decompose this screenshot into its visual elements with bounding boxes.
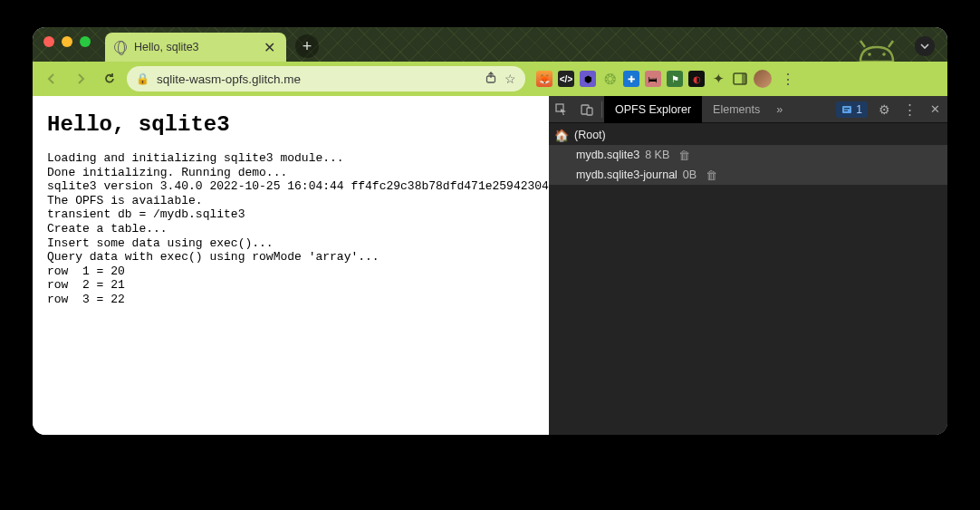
browser-tab[interactable]: Hello, sqlite3 ✕ (105, 33, 286, 62)
file-name: mydb.sqlite3-journal (576, 168, 677, 181)
extensions-menu-icon[interactable]: ✦ (710, 71, 726, 87)
devtools-tab-elements[interactable]: Elements (702, 96, 771, 123)
android-logo-icon (855, 40, 898, 62)
delete-file-icon[interactable]: 🗑 (706, 168, 717, 182)
svg-rect-6 (742, 73, 746, 84)
extension-icon[interactable]: ⬢ (580, 71, 596, 87)
new-tab-button[interactable]: + (295, 34, 319, 58)
devtools-close-icon[interactable]: ✕ (922, 97, 947, 122)
browser-menu-button[interactable]: ⋮ (777, 71, 799, 88)
forward-button[interactable] (69, 67, 92, 91)
extension-icon[interactable]: ✚ (623, 71, 639, 87)
extension-icon[interactable]: </> (558, 71, 574, 87)
url-text: sqlite-wasm-opfs.glitch.me (157, 72, 477, 86)
svg-line-2 (860, 41, 865, 47)
svg-point-1 (882, 53, 886, 56)
extension-icons: 🦊 </> ⬢ ❂ ✚ 🛏 ⚑ ◐ ✦ ⋮ (536, 70, 799, 88)
share-icon[interactable] (485, 72, 497, 87)
tab-overflow-button[interactable] (915, 36, 935, 56)
svg-rect-9 (587, 108, 592, 115)
window-minimize-button[interactable] (62, 36, 72, 47)
tab-strip: Hello, sqlite3 ✕ + (33, 27, 947, 62)
devtools-menu-icon[interactable]: ⋮ (897, 97, 922, 122)
page-heading: Hello, sqlite3 (47, 112, 534, 137)
log-line: Loading and initializing sqlite3 module.… (47, 151, 534, 166)
bookmark-star-icon[interactable]: ☆ (504, 72, 516, 86)
log-line: transient db = /mydb.sqlite3 (47, 207, 534, 222)
address-bar: 🔒 sqlite-wasm-opfs.glitch.me ☆ 🦊 </> ⬢ ❂… (33, 62, 947, 96)
log-line: Create a table... (47, 222, 534, 236)
issues-count: 1 (856, 103, 862, 116)
devtools-settings-icon[interactable]: ⚙ (871, 97, 897, 122)
devtools-tab-overflow[interactable]: » (771, 96, 788, 123)
log-line: row 1 = 20 (47, 265, 534, 279)
extension-icon[interactable]: ◐ (688, 71, 705, 87)
back-button[interactable] (40, 67, 63, 91)
globe-icon (114, 41, 127, 53)
browser-window: Hello, sqlite3 ✕ + 🔒 sqlite-wasm-opfs.gl… (33, 27, 947, 435)
home-icon: 🏠 (554, 129, 569, 142)
content-area: Hello, sqlite3 Loading and initializing … (33, 96, 947, 435)
extension-icon[interactable]: ❂ (601, 71, 618, 87)
device-toolbar-icon[interactable] (574, 97, 600, 122)
file-size: 8 KB (645, 149, 669, 161)
profile-avatar[interactable] (754, 70, 772, 88)
lock-icon: 🔒 (136, 72, 149, 85)
extension-icon[interactable]: 🦊 (536, 71, 552, 87)
tab-title: Hello, sqlite3 (134, 41, 255, 53)
log-line: Query data with exec() using rowMode 'ar… (47, 250, 534, 265)
devtools-panel: OPFS Explorer Elements » 1 ⚙ ⋮ ✕ 🏠 (Root… (549, 96, 947, 435)
window-zoom-button[interactable] (80, 36, 91, 47)
inspect-element-icon[interactable] (549, 97, 574, 122)
log-line: Done initializing. Running demo... (47, 166, 534, 180)
side-panel-icon[interactable] (732, 71, 748, 87)
tree-root[interactable]: 🏠 (Root) (549, 125, 947, 145)
devtools-toolbar: OPFS Explorer Elements » 1 ⚙ ⋮ ✕ (549, 96, 947, 123)
file-size: 0B (683, 168, 697, 181)
tree-file-row[interactable]: mydb.sqlite3 8 KB 🗑 (549, 145, 947, 165)
reload-button[interactable] (98, 67, 121, 91)
log-line: row 3 = 22 (47, 293, 534, 307)
log-line: sqlite3 version 3.40.0 2022-10-25 16:04:… (47, 179, 534, 194)
page-body: Hello, sqlite3 Loading and initializing … (33, 96, 549, 435)
url-input[interactable]: 🔒 sqlite-wasm-opfs.glitch.me ☆ (127, 66, 525, 91)
extension-icon[interactable]: 🛏 (645, 71, 661, 87)
svg-point-0 (868, 53, 871, 56)
tree-file-row[interactable]: mydb.sqlite3-journal 0B 🗑 (549, 165, 947, 185)
issues-badge[interactable]: 1 (836, 101, 868, 118)
svg-line-3 (889, 41, 893, 47)
devtools-tab-opfs[interactable]: OPFS Explorer (604, 96, 702, 123)
log-line: The OPFS is available. (47, 194, 534, 208)
file-name: mydb.sqlite3 (576, 149, 639, 161)
root-label: (Root) (574, 129, 606, 141)
svg-rect-11 (844, 108, 850, 109)
window-close-button[interactable] (43, 36, 54, 47)
svg-rect-12 (844, 110, 848, 111)
svg-rect-10 (842, 106, 851, 113)
delete-file-icon[interactable]: 🗑 (678, 149, 690, 162)
extension-icon[interactable]: ⚑ (667, 71, 683, 87)
window-controls (43, 27, 105, 62)
log-line: Insert some data using exec()... (47, 236, 534, 251)
tab-close-button[interactable]: ✕ (262, 39, 277, 56)
opfs-tree: 🏠 (Root) mydb.sqlite3 8 KB 🗑 mydb.sqlite… (549, 123, 947, 435)
log-line: row 2 = 21 (47, 278, 534, 293)
